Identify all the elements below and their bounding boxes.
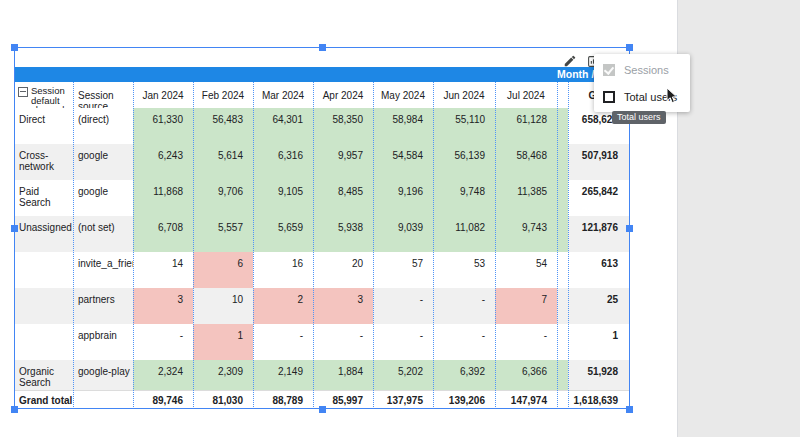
value-cell: 9,196 <box>373 180 433 216</box>
grand-total-sum-cell: 1,618,639 <box>568 391 630 409</box>
value-cell: 55,110 <box>433 108 495 144</box>
clipped-column-header-cell <box>557 82 568 108</box>
corner-header-cell: Session default channel <box>14 82 73 108</box>
selection-handle-middle-left[interactable] <box>11 225 18 232</box>
grand-total-value-cell: 137,975 <box>373 391 433 409</box>
collapse-minus-icon[interactable] <box>18 87 28 97</box>
grand-total-source-cell <box>73 391 133 409</box>
grand-total-value-cell: 147,974 <box>495 391 557 409</box>
total-users-checkbox-unchecked[interactable] <box>603 91 615 103</box>
table-row: partners31023--725 <box>14 288 630 324</box>
row-total-cell: 507,918 <box>568 144 630 180</box>
value-cell: 16 <box>253 252 313 288</box>
clipped-value-cell <box>557 360 568 390</box>
table-row: Cross-networkgoogle6,2435,6146,3169,9575… <box>14 144 630 180</box>
value-cell: 58,350 <box>313 108 373 144</box>
value-cell: 3 <box>133 288 193 324</box>
value-cell: 1 <box>193 324 253 360</box>
grand-total-value-cell: 89,746 <box>133 391 193 409</box>
selection-handle-bottom-right[interactable] <box>626 406 633 413</box>
sessions-checkbox-checked[interactable] <box>603 64 615 76</box>
clipped-value-cell <box>557 144 568 180</box>
clipped-value-cell <box>557 180 568 216</box>
value-cell: 5,202 <box>373 360 433 390</box>
value-cell: 61,128 <box>495 108 557 144</box>
selection-handle-top-left[interactable] <box>11 44 18 51</box>
value-cell: 6,708 <box>133 216 193 252</box>
row-total-cell: 613 <box>568 252 630 288</box>
table-row: Direct(direct)61,33056,48364,30158,35058… <box>14 108 630 144</box>
value-cell: 61,330 <box>133 108 193 144</box>
value-cell: - <box>133 324 193 360</box>
source-cell: (not set) <box>73 216 133 252</box>
selection-handle-top-right[interactable] <box>626 44 633 51</box>
value-cell: 56,483 <box>193 108 253 144</box>
row-total-cell: 265,842 <box>568 180 630 216</box>
source-cell: google <box>73 180 133 216</box>
value-cell: 2 <box>253 288 313 324</box>
source-cell: (direct) <box>73 108 133 144</box>
value-cell: - <box>433 324 495 360</box>
value-cell: 2,309 <box>193 360 253 390</box>
channel-cell: Organic Search <box>14 360 73 390</box>
selection-handle-bottom-left[interactable] <box>11 406 18 413</box>
value-cell: 11,868 <box>133 180 193 216</box>
value-cell: 54 <box>495 252 557 288</box>
clipped-value-cell <box>557 288 568 324</box>
source-cell: partners <box>73 288 133 324</box>
pivot-column-header-bar: Month / S <box>14 67 630 82</box>
table-row: invite_a_friend1461620575354613 <box>14 252 630 288</box>
month-header-cell: Jul 2024 <box>495 82 557 108</box>
report-canvas: Month / S Session default channelSession… <box>0 0 800 437</box>
table-row: Unassigned(not set)6,7085,5575,6595,9389… <box>14 216 630 252</box>
value-cell: 14 <box>133 252 193 288</box>
month-header-cell: Feb 2024 <box>193 82 253 108</box>
selection-handle-top-middle[interactable] <box>319 44 326 51</box>
value-cell: 53 <box>433 252 495 288</box>
channel-cell: Unassigned <box>14 216 73 252</box>
row-total-cell: 1 <box>568 324 630 360</box>
clipped-value-cell <box>557 108 568 144</box>
row-total-cell: 121,876 <box>568 216 630 252</box>
value-cell: 9,957 <box>313 144 373 180</box>
pivot-table[interactable]: Month / S Session default channelSession… <box>14 67 630 409</box>
value-cell: 56,139 <box>433 144 495 180</box>
value-cell: 6,243 <box>133 144 193 180</box>
value-cell: 10 <box>193 288 253 324</box>
month-header-cell: Jan 2024 <box>133 82 193 108</box>
channel-cell: Direct <box>14 108 73 144</box>
row-total-cell: 51,928 <box>568 360 630 390</box>
value-cell: - <box>253 324 313 360</box>
value-cell: 57 <box>373 252 433 288</box>
selection-handle-middle-right[interactable] <box>626 225 633 232</box>
value-cell: 11,082 <box>433 216 495 252</box>
grand-total-value-cell: 81,030 <box>193 391 253 409</box>
value-cell: - <box>433 288 495 324</box>
grand-total-value-cell: 139,206 <box>433 391 495 409</box>
value-cell: 3 <box>313 288 373 324</box>
outside-canvas-area <box>677 0 800 437</box>
month-header-cell: Mar 2024 <box>253 82 313 108</box>
channel-cell: Paid Search <box>14 180 73 216</box>
selection-handle-bottom-middle[interactable] <box>319 406 326 413</box>
value-cell: 2,324 <box>133 360 193 390</box>
value-cell: 5,938 <box>313 216 373 252</box>
value-cell: 11,385 <box>495 180 557 216</box>
source-cell: google <box>73 144 133 180</box>
value-cell: 1,884 <box>313 360 373 390</box>
table-row: Organic Searchgoogle-play2,3242,3092,149… <box>14 360 630 390</box>
value-cell: 8,485 <box>313 180 373 216</box>
value-cell: 64,301 <box>253 108 313 144</box>
table-row: Paid Searchgoogle11,8689,7069,1058,4859,… <box>14 180 630 216</box>
value-cell: 20 <box>313 252 373 288</box>
value-cell: 58,468 <box>495 144 557 180</box>
menu-item-sessions[interactable]: Sessions <box>594 56 690 83</box>
grand-total-clipped-cell <box>557 391 568 409</box>
clipped-value-cell <box>557 324 568 360</box>
mouse-cursor-icon <box>666 87 678 108</box>
edit-pencil-icon[interactable] <box>563 54 577 72</box>
month-header-cell: Jun 2024 <box>433 82 495 108</box>
clipped-value-cell <box>557 252 568 288</box>
value-cell: 9,039 <box>373 216 433 252</box>
value-cell: 9,706 <box>193 180 253 216</box>
